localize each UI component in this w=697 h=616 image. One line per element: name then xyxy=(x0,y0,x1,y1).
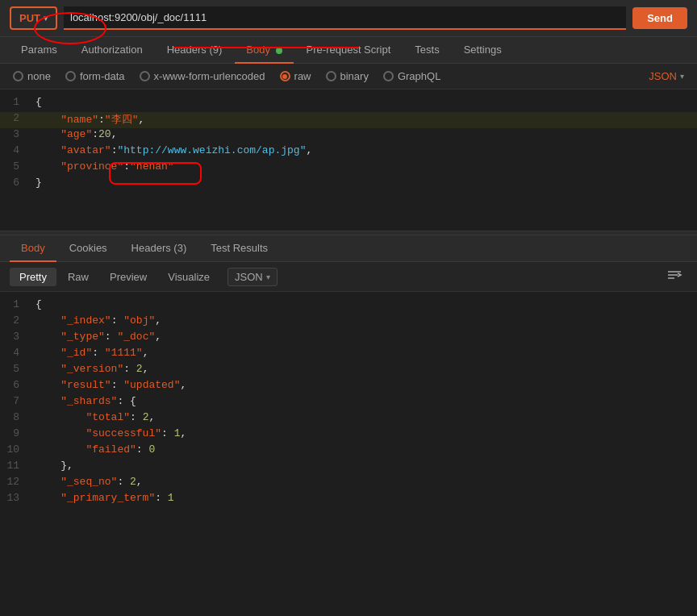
request-body-editor[interactable]: 1 { 2 "name":"李四", 3 "age":20, 4 "avatar… xyxy=(0,89,697,231)
req-line-4: 4 "avatar":"http://www.weizhi.com/ap.jpg… xyxy=(0,144,697,160)
response-format-label: JSON xyxy=(235,271,263,283)
resp-line-8: 8 "total": 2, xyxy=(0,411,697,427)
wrap-icon[interactable] xyxy=(662,267,687,286)
fmt-preview[interactable]: Preview xyxy=(100,268,157,286)
resp-line-5: 5 "_version": 2, xyxy=(0,363,697,379)
radio-none xyxy=(13,71,23,81)
tab-params[interactable]: Params xyxy=(10,37,69,64)
resp-tab-test-results[interactable]: Test Results xyxy=(199,235,279,262)
resp-line-2: 2 "_index": "obj", xyxy=(0,314,697,331)
response-format-bar: Pretty Raw Preview Visualize JSON ▾ xyxy=(0,262,697,292)
response-format-chevron-icon: ▾ xyxy=(266,273,270,281)
type-urlencoded[interactable]: x-www-form-urlencoded xyxy=(140,70,265,82)
resp-line-12: 12 "_seq_no": 2, xyxy=(0,476,697,492)
type-raw[interactable]: raw xyxy=(280,70,311,82)
radio-graphql xyxy=(383,71,394,81)
resp-line-9: 9 "successful": 1, xyxy=(0,427,697,443)
type-form-data[interactable]: form-data xyxy=(65,70,125,82)
type-binary[interactable]: binary xyxy=(326,70,369,82)
req-line-3: 3 "age":20, xyxy=(0,128,697,144)
req-line-1: 1 { xyxy=(0,96,697,112)
resp-line-3: 3 "_type": "_doc", xyxy=(0,331,697,347)
resp-tab-cookies[interactable]: Cookies xyxy=(58,235,119,262)
method-chevron-icon: ▾ xyxy=(44,14,48,23)
tab-settings[interactable]: Settings xyxy=(453,37,513,64)
resp-line-11: 11 }, xyxy=(0,460,697,476)
type-graphql[interactable]: GraphQL xyxy=(383,70,440,82)
resp-line-13: 13 "_primary_term": 1 xyxy=(0,492,697,508)
request-tabs: Params Authorization Headers (9) Body Pr… xyxy=(0,37,697,64)
req-line-2: 2 "name":"李四", xyxy=(0,112,697,128)
radio-binary xyxy=(326,71,336,81)
req-line-5: 5 "province":"henan" xyxy=(0,160,697,177)
tab-tests[interactable]: Tests xyxy=(403,37,450,64)
resp-line-10: 10 "failed": 0 xyxy=(0,443,697,460)
radio-urlencoded xyxy=(140,71,150,81)
body-format-chevron-icon: ▾ xyxy=(680,72,684,81)
tab-body[interactable]: Body xyxy=(235,37,293,64)
req-line-6: 6 } xyxy=(0,177,697,193)
type-none[interactable]: none xyxy=(13,70,51,82)
body-active-indicator xyxy=(276,48,282,54)
response-tabs: Body Cookies Headers (3) Test Results xyxy=(0,235,697,262)
send-button[interactable]: Send xyxy=(632,7,687,29)
tab-authorization[interactable]: Authorization xyxy=(70,37,154,64)
body-format-select[interactable]: JSON ▾ xyxy=(649,70,684,82)
response-format-select[interactable]: JSON ▾ xyxy=(227,268,278,286)
method-button[interactable]: PUT ▾ xyxy=(10,6,57,30)
radio-raw xyxy=(280,71,290,81)
fmt-raw[interactable]: Raw xyxy=(58,268,98,286)
tab-headers[interactable]: Headers (9) xyxy=(156,37,234,64)
tab-prerequest[interactable]: Pre-request Script xyxy=(295,37,403,64)
url-input[interactable] xyxy=(64,6,626,30)
top-bar: PUT ▾ Send xyxy=(0,0,697,37)
resp-line-7: 7 "_shards": { xyxy=(0,395,697,411)
body-format-label: JSON xyxy=(649,70,677,82)
resp-line-1: 1 { xyxy=(0,298,697,314)
method-label: PUT xyxy=(19,12,40,24)
fmt-pretty[interactable]: Pretty xyxy=(10,268,56,286)
response-body: 1 { 2 "_index": "obj", 3 "_type": "_doc"… xyxy=(0,292,697,616)
fmt-visualize[interactable]: Visualize xyxy=(158,268,219,286)
resp-line-4: 4 "_id": "1111", xyxy=(0,347,697,363)
body-type-selector: none form-data x-www-form-urlencoded raw… xyxy=(0,64,697,89)
resp-line-6: 6 "result": "updated", xyxy=(0,379,697,395)
resp-tab-body[interactable]: Body xyxy=(10,235,56,262)
radio-form-data xyxy=(65,71,76,81)
resp-tab-headers[interactable]: Headers (3) xyxy=(120,235,198,262)
